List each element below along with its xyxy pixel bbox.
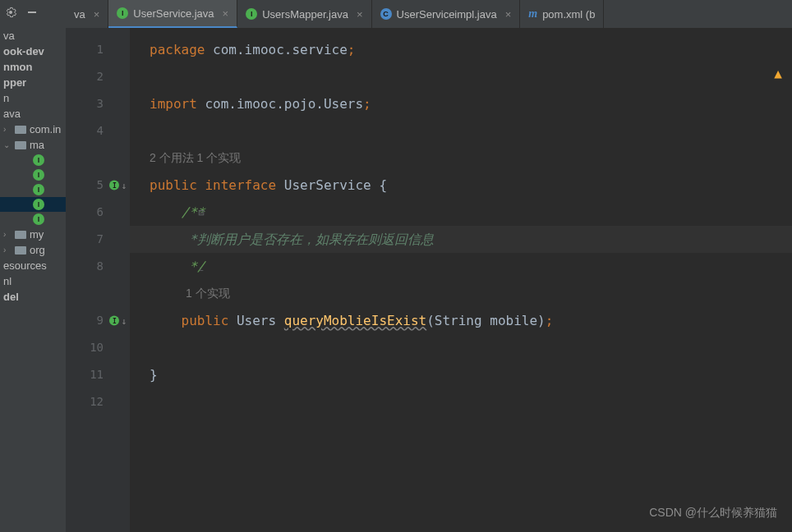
gutter-line-number[interactable]: 1 <box>66 36 130 63</box>
chevron-icon: › <box>3 245 12 255</box>
tab[interactable]: mpom.xml (b <box>520 0 604 28</box>
gutter-line-number[interactable]: 3 <box>66 90 130 117</box>
implement-marker-icon[interactable]: I↓ <box>109 307 127 334</box>
interface-icon: I <box>33 154 44 166</box>
sidebar-item[interactable]: I <box>0 182 66 197</box>
tab[interactable]: CUserServiceimpl.java× <box>372 0 521 28</box>
code-line[interactable]: package com.imooc.service; <box>130 36 792 63</box>
close-icon[interactable]: × <box>357 8 363 21</box>
watermark: CSDN @什么时候养猫猫 <box>649 506 777 521</box>
sidebar-item-label: nmon <box>3 61 32 73</box>
gutter-line-number[interactable]: 7 <box>66 226 130 253</box>
gutter: 12345I↓6789I↓101112 <box>66 28 130 532</box>
gutter-line-number[interactable]: 8 <box>66 253 130 280</box>
code-line[interactable] <box>130 334 792 361</box>
sidebar: vaook-devnmonppernava›com.in⌄maIIIII›my›… <box>0 0 66 532</box>
sidebar-item-label: pper <box>3 76 26 89</box>
svg-rect-0 <box>28 11 36 13</box>
tab-label: UserService.java <box>133 7 214 20</box>
close-icon[interactable]: × <box>94 8 100 21</box>
interface-icon: I <box>33 199 44 210</box>
interface-icon: I <box>33 213 44 225</box>
chevron-icon: › <box>3 125 12 134</box>
code-line[interactable]: import com.imooc.pojo.Users; <box>130 90 792 117</box>
folder-icon <box>15 141 26 149</box>
sidebar-item[interactable]: del <box>0 289 66 305</box>
main-area: va×IUserService.java×IUsersMapper.java×C… <box>66 0 792 532</box>
sidebar-item[interactable]: I <box>0 167 66 182</box>
tab[interactable]: IUsersMapper.java× <box>237 0 371 28</box>
interface-icon: I <box>33 169 44 181</box>
tab-label: va <box>74 8 85 21</box>
close-icon[interactable]: × <box>223 7 229 20</box>
sidebar-item-label: esources <box>3 259 47 272</box>
sidebar-item[interactable]: va <box>0 28 66 44</box>
folder-icon <box>15 126 26 134</box>
sidebar-item[interactable]: ook-dev <box>0 44 66 59</box>
gutter-line-number[interactable]: 5I↓ <box>66 172 130 199</box>
inlay-hint[interactable]: 1 个实现 <box>130 280 792 307</box>
sidebar-item-label: n <box>3 92 9 104</box>
sidebar-item[interactable]: nmon <box>0 59 66 75</box>
sidebar-item[interactable]: ava <box>0 106 66 122</box>
sidebar-item[interactable]: ⌄ma <box>0 137 66 153</box>
minimize-icon[interactable] <box>25 5 39 20</box>
sidebar-item-label: ook-dev <box>3 45 44 57</box>
gutter-line-number[interactable]: 11 <box>66 361 130 388</box>
tab[interactable]: va× <box>66 0 108 28</box>
sidebar-item-label: ma <box>30 139 44 151</box>
sidebar-item[interactable]: I <box>0 197 66 212</box>
sidebar-item-label: del <box>3 291 19 303</box>
sidebar-item[interactable]: nl <box>0 273 66 289</box>
sidebar-item[interactable]: pper <box>0 75 66 90</box>
chevron-icon: ⌄ <box>3 140 12 149</box>
sidebar-item-label: nl <box>3 275 12 287</box>
tab-label: pom.xml (b <box>542 8 595 21</box>
interface-icon: I <box>117 7 128 19</box>
close-icon[interactable]: × <box>505 8 512 21</box>
interface-icon: I <box>246 8 257 20</box>
folder-icon <box>15 246 26 255</box>
gear-icon[interactable] <box>3 5 18 20</box>
sidebar-item[interactable]: n <box>0 90 66 106</box>
implement-marker-icon[interactable]: I↓ <box>109 172 127 199</box>
code-line[interactable] <box>130 117 792 144</box>
code-line[interactable]: public Users queryMoblieIsExist(String m… <box>130 307 792 334</box>
code-line[interactable]: /** <box>130 199 792 226</box>
sidebar-tree[interactable]: vaook-devnmonppernava›com.in⌄maIIIII›my›… <box>0 25 66 532</box>
inlay-hint[interactable]: 2 个用法 1 个实现 <box>130 144 792 172</box>
gutter-line-number[interactable]: 4 <box>66 117 130 144</box>
chevron-icon: › <box>3 230 12 239</box>
gutter-line-number[interactable]: 2 <box>66 63 130 90</box>
code-line[interactable]: */ <box>130 253 792 280</box>
gutter-line-number[interactable]: 6 <box>66 199 130 226</box>
code-line[interactable] <box>130 63 792 90</box>
code-line[interactable]: *判断用户是否存在，如果存在则返回信息 <box>130 226 792 253</box>
sidebar-item-label: va <box>3 30 15 42</box>
tab-label: UsersMapper.java <box>262 8 348 21</box>
gutter-line-number[interactable]: 9I↓ <box>66 307 130 334</box>
sidebar-item-label: org <box>30 244 45 256</box>
sidebar-item[interactable]: I <box>0 153 66 167</box>
code-line[interactable]: } <box>130 361 792 388</box>
warning-icon[interactable]: ▲ <box>774 66 782 81</box>
gutter-line-number[interactable]: 10 <box>66 334 130 361</box>
class-icon: C <box>380 8 392 20</box>
sidebar-item[interactable]: I <box>0 212 66 227</box>
gutter-line-number[interactable]: 12 <box>66 388 130 415</box>
maven-icon: m <box>528 7 537 21</box>
sidebar-item[interactable]: ›com.in <box>0 122 66 137</box>
sidebar-item-label: ava <box>3 108 21 120</box>
code-line[interactable] <box>130 388 792 415</box>
code-line[interactable]: public interface UserService { <box>130 172 792 199</box>
sidebar-item-label: com.in <box>30 123 61 135</box>
sidebar-item[interactable]: ›my <box>0 227 66 242</box>
tab-label: UserServiceimpl.java <box>397 8 497 21</box>
sidebar-item[interactable]: ›org <box>0 242 66 258</box>
tab[interactable]: IUserService.java× <box>108 0 237 28</box>
editor-area: 12345I↓6789I↓101112 ▲ package com.imooc.… <box>66 28 792 532</box>
interface-icon: I <box>33 184 44 195</box>
sidebar-item[interactable]: esources <box>0 258 66 273</box>
code-editor[interactable]: ▲ package com.imooc.service;import com.i… <box>130 28 792 532</box>
sidebar-toolbar <box>0 0 66 25</box>
